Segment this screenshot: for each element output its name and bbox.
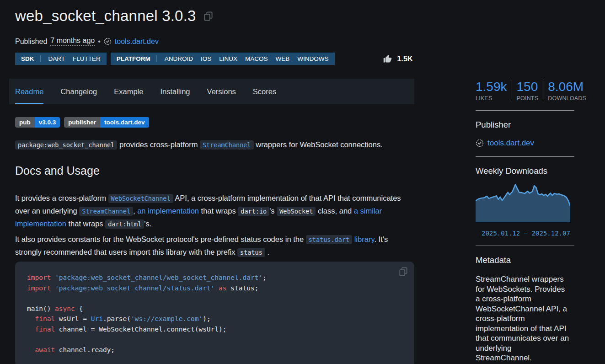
version-badge-label: pub xyxy=(15,117,35,128)
pub-dev-package-page: web_socket_channel 3.0.3 Published 7 mon… xyxy=(0,0,605,364)
main-column: web_socket_channel 3.0.3 Published 7 mon… xyxy=(9,0,414,364)
published-row: Published 7 months ago • tools.dart.dev xyxy=(15,37,414,46)
inline-link[interactable]: library xyxy=(354,235,375,243)
separator-dot: • xyxy=(98,37,101,46)
inline-code-link[interactable]: StreamChannel xyxy=(200,140,254,150)
platform-badges-row: SDKDARTFLUTTERPLATFORMANDROIDIOSLINUXMAC… xyxy=(15,53,414,65)
badge-windows[interactable]: WINDOWS xyxy=(297,55,328,62)
code-line: import 'package:web_socket_channel/statu… xyxy=(27,283,402,294)
metadata-heading: Metadata xyxy=(476,255,577,265)
version-badge-label: publisher xyxy=(64,117,100,128)
text: It provides a cross-platform xyxy=(15,194,108,202)
badge-macos[interactable]: MACOS xyxy=(245,55,268,62)
version-badges: pubv3.0.3publishertools.dart.dev xyxy=(15,117,414,128)
weekly-downloads-chart xyxy=(476,183,570,224)
tab-scores[interactable]: Scores xyxy=(253,79,276,104)
stat-label: LIKES xyxy=(476,95,507,102)
text: provides cross-platform xyxy=(117,140,200,149)
version-badge-value: v3.0.3 xyxy=(35,117,60,128)
badge-dart[interactable]: DART xyxy=(48,55,65,62)
badge-label: PLATFORM xyxy=(117,55,157,62)
chart-date-range: 2025.01.12 – 2025.12.07 xyxy=(476,230,577,237)
stat-label: POINTS xyxy=(517,95,539,102)
badge-group-sdk: SDKDARTFLUTTER xyxy=(15,53,107,65)
tab-bar: ReadmeChangelogExampleInstallingVersions… xyxy=(9,79,414,104)
text: that wraps xyxy=(199,207,238,215)
code-line: final channel = WebSocketChannel.connect… xyxy=(27,324,402,335)
page-title: web_socket_channel 3.0.3 xyxy=(15,7,196,25)
tab-versions[interactable]: Versions xyxy=(207,79,236,104)
version-badge-value: tools.dart.dev xyxy=(100,117,149,128)
badge-ios[interactable]: IOS xyxy=(201,55,211,62)
text: 's xyxy=(269,207,277,215)
text: . xyxy=(265,248,269,256)
code-copy-icon[interactable] xyxy=(399,267,408,276)
inline-code: status xyxy=(237,248,265,257)
code-block: import 'package:web_socket_channel/web_s… xyxy=(15,262,414,364)
stat-value: 1.59k xyxy=(476,80,507,94)
divider xyxy=(476,156,574,157)
inline-code-link[interactable]: WebSocketChannel xyxy=(108,194,173,203)
weekly-downloads-heading: Weekly Downloads xyxy=(476,166,577,176)
score-stats: 1.59kLIKES150POINTS8.06MDOWNLOADS xyxy=(476,80,577,102)
text: It also provides constants for the WebSo… xyxy=(15,235,306,243)
inline-code: dart:io xyxy=(238,207,269,216)
code-line: final wsUrl = Uri.parse('ws://example.co… xyxy=(27,314,402,324)
publisher-link[interactable]: tools.dart.dev xyxy=(115,37,159,46)
published-label: Published xyxy=(15,37,47,46)
inline-code: WebSocket xyxy=(277,207,316,216)
badge-android[interactable]: ANDROID xyxy=(165,55,193,62)
badge-label: SDK xyxy=(21,55,41,62)
tab-installing[interactable]: Installing xyxy=(160,79,190,104)
text: class, and xyxy=(316,207,353,215)
badge-group-platform: PLATFORMANDROIDIOSLINUXMACOSWEBWINDOWS xyxy=(111,53,335,65)
sidebar-publisher-link[interactable]: tools.dart.dev xyxy=(487,139,534,148)
code-line: import 'package:web_socket_channel/web_s… xyxy=(27,273,402,283)
stat-downloads[interactable]: 8.06MDOWNLOADS xyxy=(543,80,591,102)
stat-likes[interactable]: 1.59kLIKES xyxy=(476,80,512,102)
stat-label: DOWNLOADS xyxy=(548,95,586,102)
like-count: 1.5K xyxy=(397,54,413,63)
text: that wraps xyxy=(66,219,105,228)
divider xyxy=(476,246,574,246)
code-line: await channel.ready; xyxy=(27,345,402,355)
inline-code-link[interactable]: StreamChannel xyxy=(79,207,133,216)
sidebar-publisher-row: tools.dart.dev xyxy=(476,139,577,148)
readme-api-paragraph: It provides a cross-platform WebSocketCh… xyxy=(15,192,414,230)
copy-icon[interactable] xyxy=(203,11,213,21)
code-line xyxy=(27,293,402,304)
code-line xyxy=(27,334,402,345)
inline-code-link[interactable]: status.dart xyxy=(306,235,352,244)
stat-value: 150 xyxy=(517,80,539,94)
version-badge-publisher[interactable]: publishertools.dart.dev xyxy=(64,117,149,128)
published-time: 7 months ago xyxy=(50,37,95,46)
docs-usage-heading: Docs and Usage xyxy=(15,164,414,177)
inline-link[interactable]: an implementation xyxy=(137,207,199,215)
sidebar: 1.59kLIKES150POINTS8.06MDOWNLOADS Publis… xyxy=(476,80,577,363)
publisher-heading: Publisher xyxy=(476,120,577,130)
badge-web[interactable]: WEB xyxy=(276,55,290,62)
tab-example[interactable]: Example xyxy=(114,79,143,104)
verified-publisher-icon xyxy=(476,139,484,147)
version-badge-pub[interactable]: pubv3.0.3 xyxy=(15,117,60,128)
badge-flutter[interactable]: FLUTTER xyxy=(73,55,101,62)
thumbs-up-icon xyxy=(383,54,392,64)
code-line: main() async { xyxy=(27,304,402,314)
code-content: import 'package:web_socket_channel/web_s… xyxy=(27,273,402,355)
badge-linux[interactable]: LINUX xyxy=(219,55,237,62)
readme-intro-paragraph: package:web_socket_channel provides cros… xyxy=(15,139,414,151)
readme-status-paragraph: It also provides constants for the WebSo… xyxy=(15,233,414,259)
text: 's. xyxy=(144,219,151,228)
stat-points[interactable]: 150POINTS xyxy=(512,80,543,102)
metadata-text: StreamChannel wrappers for WebSockets. P… xyxy=(476,274,569,363)
text: wrappers for WebSocket connections. xyxy=(254,140,383,149)
stat-value: 8.06M xyxy=(548,80,586,94)
verified-publisher-icon xyxy=(104,37,112,45)
inline-code: package:web_socket_channel xyxy=(15,140,117,150)
divider xyxy=(476,110,574,111)
like-button[interactable]: 1.5K xyxy=(383,54,413,64)
inline-code: dart:html xyxy=(105,219,144,229)
tab-readme[interactable]: Readme xyxy=(15,79,43,104)
text: , xyxy=(133,207,137,215)
tab-changelog[interactable]: Changelog xyxy=(60,79,97,104)
